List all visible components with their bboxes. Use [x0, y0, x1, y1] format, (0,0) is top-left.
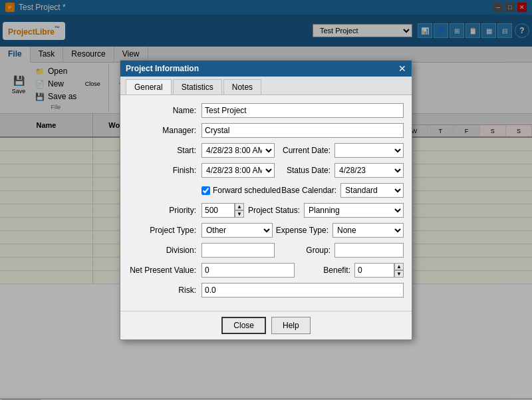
- priority-down[interactable]: ▼: [235, 210, 244, 218]
- npv-label: Net Present Value:: [128, 266, 201, 275]
- manager-label: Manager:: [128, 126, 201, 135]
- forward-scheduled-checkbox[interactable]: [201, 186, 210, 195]
- forward-scheduled-row: Forward scheduled Base Calendar: Standar…: [128, 183, 404, 198]
- modal-footer: Close Help: [120, 311, 412, 339]
- division-input[interactable]: [201, 243, 275, 258]
- modal-titlebar: Project Information ✕: [120, 61, 412, 77]
- project-type-label: Project Type:: [128, 226, 201, 235]
- division-row: Division: Group:: [128, 243, 404, 258]
- project-status-select[interactable]: Planning: [304, 203, 404, 218]
- project-type-row: Project Type: Other Expense Type: None: [128, 223, 404, 238]
- modal-tab-notes[interactable]: Notes: [223, 79, 261, 95]
- status-date-label: Status Date:: [275, 166, 334, 175]
- project-information-modal: Project Information ✕ General Statistics…: [120, 60, 412, 340]
- modal-tab-statistics[interactable]: Statistics: [173, 79, 222, 95]
- forward-scheduled-checkbox-row: Forward scheduled: [201, 186, 281, 195]
- start-select[interactable]: 4/28/23 8:00 AM: [201, 143, 275, 158]
- benefit-down[interactable]: ▼: [394, 270, 404, 278]
- priority-row: Priority: ▲ ▼ Project Status: Planning: [128, 203, 404, 218]
- base-calendar-label: Base Calendar:: [281, 186, 340, 195]
- modal-title: Project Information: [126, 64, 199, 73]
- group-label: Group:: [275, 246, 334, 255]
- risk-row: Risk:: [128, 283, 404, 298]
- current-date-label: Current Date:: [275, 146, 334, 155]
- forward-scheduled-label: Forward scheduled: [213, 186, 281, 195]
- modal-close-button[interactable]: ✕: [398, 63, 406, 74]
- benefit-arrows: ▲ ▼: [394, 263, 404, 278]
- finish-label: Finish:: [128, 166, 201, 175]
- group-input[interactable]: [334, 243, 404, 258]
- manager-row: Manager:: [128, 123, 404, 138]
- finish-row: Finish: 4/28/23 8:00 AM Status Date: 4/2…: [128, 163, 404, 178]
- project-type-select[interactable]: Other: [201, 223, 273, 238]
- name-input[interactable]: [201, 103, 404, 118]
- modal-close-btn[interactable]: Close: [221, 317, 266, 334]
- division-label: Division:: [128, 246, 201, 255]
- project-status-label: Project Status:: [244, 206, 304, 215]
- status-date-select[interactable]: 4/28/23: [334, 163, 404, 178]
- benefit-up[interactable]: ▲: [394, 263, 404, 270]
- risk-input[interactable]: [201, 283, 404, 298]
- npv-input[interactable]: [201, 263, 295, 278]
- modal-tab-general[interactable]: General: [126, 79, 172, 95]
- priority-up[interactable]: ▲: [235, 203, 244, 210]
- start-label: Start:: [128, 146, 201, 155]
- modal-tabs: General Statistics Notes: [120, 77, 412, 95]
- finish-select[interactable]: 4/28/23 8:00 AM: [201, 163, 275, 178]
- modal-overlay: Project Information ✕ General Statistics…: [0, 0, 532, 400]
- base-calendar-select[interactable]: Standard: [340, 183, 404, 198]
- manager-input[interactable]: [201, 123, 404, 138]
- start-row: Start: 4/28/23 8:00 AM Current Date:: [128, 143, 404, 158]
- name-label: Name:: [128, 106, 201, 115]
- modal-help-btn[interactable]: Help: [271, 317, 311, 334]
- priority-label: Priority:: [128, 206, 201, 215]
- modal-body: Name: Manager: Start: 4/28/23 8:00 AM Cu…: [120, 95, 412, 311]
- name-row: Name:: [128, 103, 404, 118]
- priority-spinner: ▲ ▼: [201, 203, 244, 218]
- benefit-input[interactable]: [354, 263, 394, 278]
- current-date-select[interactable]: [334, 143, 404, 158]
- expense-type-label: Expense Type:: [273, 226, 332, 235]
- npv-row: Net Present Value: Benefit: ▲ ▼: [128, 263, 404, 278]
- benefit-spinner: ▲ ▼: [354, 263, 404, 278]
- expense-type-select[interactable]: None: [332, 223, 404, 238]
- risk-label: Risk:: [128, 286, 201, 295]
- benefit-label: Benefit:: [295, 266, 354, 275]
- priority-arrows: ▲ ▼: [235, 203, 244, 218]
- priority-input[interactable]: [201, 203, 235, 218]
